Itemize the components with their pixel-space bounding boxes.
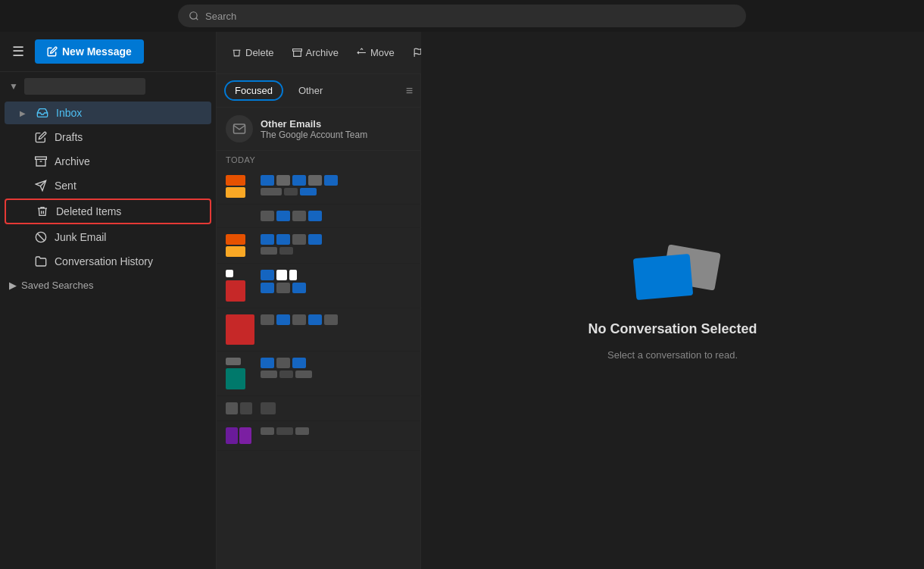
content-area: No Conversation Selected Select a conver… xyxy=(421,32,924,569)
junk-label: Junk Email xyxy=(55,231,106,243)
toolbar: Delete Archive Move Flag xyxy=(217,32,421,74)
no-conversation-subtitle: Select a conversation to read. xyxy=(607,349,738,361)
list-item[interactable] xyxy=(217,205,420,228)
delete-label: Delete xyxy=(245,47,274,58)
email-avatar xyxy=(226,115,253,142)
new-message-button[interactable]: New Message xyxy=(35,39,144,64)
saved-searches-header[interactable]: ▶ Saved Searches xyxy=(0,274,216,297)
search-box[interactable]: Search xyxy=(178,5,746,27)
sent-icon xyxy=(35,180,47,192)
sidebar-item-drafts[interactable]: Drafts xyxy=(5,126,211,149)
filter-button[interactable]: ≡ xyxy=(406,84,413,98)
envelope-front xyxy=(633,253,694,299)
today-label: Today xyxy=(217,151,420,169)
sent-label: Sent xyxy=(55,180,76,192)
account-row[interactable]: ▼ xyxy=(0,72,216,101)
saved-searches-label: Saved Searches xyxy=(21,280,93,291)
history-label: Conversation History xyxy=(55,255,153,267)
search-placeholder: Search xyxy=(205,11,236,22)
svg-rect-2 xyxy=(36,157,47,159)
list-item[interactable] xyxy=(217,396,420,421)
inbox-label: Inbox xyxy=(56,107,82,119)
history-icon xyxy=(35,255,47,267)
tab-focused[interactable]: Focused xyxy=(224,80,283,101)
archive-icon xyxy=(35,155,47,167)
expand-icon: ▼ xyxy=(9,81,18,92)
archive-toolbar-icon xyxy=(292,48,302,58)
drafts-icon xyxy=(35,131,47,143)
tabs-row: Focused Other ≡ xyxy=(217,74,420,108)
archive-button[interactable]: Archive xyxy=(285,42,346,63)
sidebar-top: ☰ New Message xyxy=(0,32,216,72)
email-panel: Focused Other ≡ Other Emails The Googl xyxy=(217,74,421,569)
hamburger-button[interactable]: ☰ xyxy=(9,40,27,63)
email-meta: Other Emails The Google Account Team xyxy=(261,118,411,140)
trash-icon xyxy=(36,205,48,217)
move-button[interactable]: Move xyxy=(349,42,402,63)
list-item[interactable] xyxy=(217,421,420,451)
archive-label: Archive xyxy=(306,47,339,58)
email-sender: Other Emails xyxy=(261,118,411,130)
envelope-illustration xyxy=(627,241,718,309)
list-item[interactable] xyxy=(217,352,420,396)
sidebar-item-history[interactable]: Conversation History xyxy=(5,250,211,273)
list-item[interactable] xyxy=(217,169,420,205)
sidebar-item-inbox[interactable]: ▶ Inbox xyxy=(5,102,211,124)
svg-point-0 xyxy=(190,12,197,19)
delete-icon xyxy=(232,48,242,58)
list-item[interactable] xyxy=(217,228,420,264)
account-name xyxy=(24,78,145,95)
move-icon xyxy=(357,48,367,58)
sidebar-item-junk[interactable]: Junk Email xyxy=(5,226,211,249)
no-conversation-panel: No Conversation Selected Select a conver… xyxy=(588,241,757,361)
sidebar: ☰ New Message ▼ ▶ Inbox xyxy=(0,32,217,569)
delete-button[interactable]: Delete xyxy=(224,42,282,63)
inbox-icon xyxy=(36,107,48,119)
move-label: Move xyxy=(370,47,395,58)
no-conversation-title: No Conversation Selected xyxy=(588,321,757,337)
svg-rect-7 xyxy=(292,49,301,52)
drafts-label: Drafts xyxy=(55,131,83,143)
email-item-top[interactable]: Other Emails The Google Account Team xyxy=(217,108,420,151)
tab-other[interactable]: Other xyxy=(288,80,334,101)
list-item[interactable] xyxy=(217,308,420,352)
search-icon xyxy=(189,11,199,21)
email-subject: The Google Account Team xyxy=(261,130,411,140)
list-item[interactable] xyxy=(217,264,420,308)
sidebar-item-deleted[interactable]: Deleted Items xyxy=(5,199,211,224)
sidebar-item-sent[interactable]: Sent xyxy=(5,174,211,197)
email-column: Delete Archive Move Flag xyxy=(217,32,421,569)
new-message-label: New Message xyxy=(62,45,132,58)
archive-label: Archive xyxy=(55,155,90,167)
compose-icon xyxy=(47,46,58,57)
junk-icon xyxy=(35,231,47,243)
saved-searches-expand-icon: ▶ xyxy=(9,280,17,291)
top-bar: Search xyxy=(0,0,924,32)
main-layout: ☰ New Message ▼ ▶ Inbox xyxy=(0,32,924,569)
sidebar-item-archive[interactable]: Archive xyxy=(5,150,211,173)
svg-line-1 xyxy=(196,18,198,20)
inbox-expand-icon: ▶ xyxy=(20,109,26,117)
deleted-label: Deleted Items xyxy=(56,205,121,217)
